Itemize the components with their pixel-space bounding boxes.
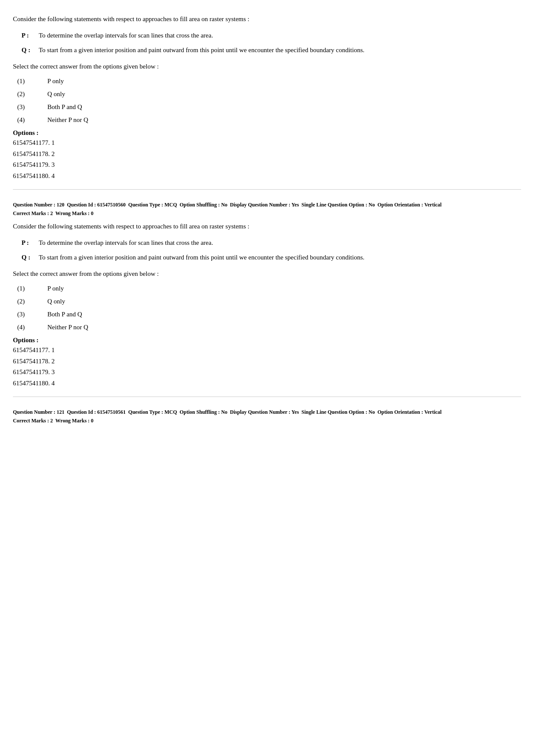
option-text-3-120: Both P and Q — [47, 309, 82, 319]
option-code-3-top: 61547541179. 3 — [13, 159, 521, 171]
option-text-4-top: Neither P nor Q — [47, 115, 88, 125]
options-section-top: Options : 61547541177. 1 61547541178. 2 … — [13, 129, 521, 181]
option-code-1-120: 61547541177. 1 — [13, 345, 521, 356]
statement-q-top: Q : To start from a given interior posit… — [13, 45, 521, 55]
option-code-3-120: 61547541179. 3 — [13, 367, 521, 378]
option-row-3-120: (3) Both P and Q — [13, 309, 521, 319]
option-text-4-120: Neither P nor Q — [47, 322, 88, 332]
statement-text-q-120: To start from a given interior position … — [39, 252, 521, 262]
option-text-3-top: Both P and Q — [47, 102, 82, 112]
option-row-2-top: (2) Q only — [13, 89, 521, 99]
option-number-2-top: (2) — [17, 89, 47, 99]
metadata-120: Question Number : 120 Question Id : 6154… — [13, 201, 521, 209]
options-label-top: Options : — [13, 129, 521, 137]
option-code-4-120: 61547541180. 4 — [13, 378, 521, 389]
option-row-4-top: (4) Neither P nor Q — [13, 115, 521, 125]
question-text-top: Consider the following statements with r… — [13, 14, 521, 24]
page-container: Consider the following statements with r… — [13, 9, 521, 428]
select-text-120: Select the correct answer from the optio… — [13, 269, 521, 279]
option-text-2-top: Q only — [47, 89, 65, 99]
option-text-1-120: P only — [47, 283, 64, 294]
statement-p-top: P : To determine the overlap intervals f… — [13, 30, 521, 41]
statement-p-120: P : To determine the overlap intervals f… — [13, 237, 521, 248]
option-number-1-120: (1) — [17, 283, 47, 294]
question-text-120: Consider the following statements with r… — [13, 221, 521, 231]
option-code-2-120: 61547541178. 2 — [13, 356, 521, 367]
statement-text-p-top: To determine the overlap intervals for s… — [39, 30, 521, 41]
option-row-1-top: (1) P only — [13, 76, 521, 86]
options-section-120: Options : 61547541177. 1 61547541178. 2 … — [13, 337, 521, 389]
metadata-121: Question Number : 121 Question Id : 6154… — [13, 408, 521, 416]
statement-q-120: Q : To start from a given interior posit… — [13, 252, 521, 262]
statement-label-p-120: P : — [22, 237, 39, 248]
option-row-2-120: (2) Q only — [13, 296, 521, 306]
options-label-120: Options : — [13, 337, 521, 344]
statement-label-q-120: Q : — [22, 252, 39, 262]
option-number-1-top: (1) — [17, 76, 47, 86]
marks-121: Correct Marks : 2 Wrong Marks : 0 — [13, 418, 521, 424]
statement-label-p-top: P : — [22, 30, 39, 41]
option-row-3-top: (3) Both P and Q — [13, 102, 521, 112]
question-block-121: Question Number : 121 Question Id : 6154… — [13, 397, 521, 428]
option-number-4-120: (4) — [17, 322, 47, 332]
option-code-2-top: 61547541178. 2 — [13, 149, 521, 160]
option-number-2-120: (2) — [17, 296, 47, 306]
option-row-4-120: (4) Neither P nor Q — [13, 322, 521, 332]
statement-text-p-120: To determine the overlap intervals for s… — [39, 237, 521, 248]
question-block-120: Question Number : 120 Question Id : 6154… — [13, 189, 521, 392]
option-number-4-top: (4) — [17, 115, 47, 125]
marks-120: Correct Marks : 2 Wrong Marks : 0 — [13, 210, 521, 217]
option-number-3-top: (3) — [17, 102, 47, 112]
statement-label-q-top: Q : — [22, 45, 39, 55]
question-block-top: Consider the following statements with r… — [13, 9, 521, 185]
statement-text-q-top: To start from a given interior position … — [39, 45, 521, 55]
option-number-3-120: (3) — [17, 309, 47, 319]
option-text-2-120: Q only — [47, 296, 65, 306]
option-text-1-top: P only — [47, 76, 64, 86]
option-code-4-top: 61547541180. 4 — [13, 171, 521, 182]
option-row-1-120: (1) P only — [13, 283, 521, 294]
select-text-top: Select the correct answer from the optio… — [13, 61, 521, 72]
option-code-1-top: 61547541177. 1 — [13, 137, 521, 149]
